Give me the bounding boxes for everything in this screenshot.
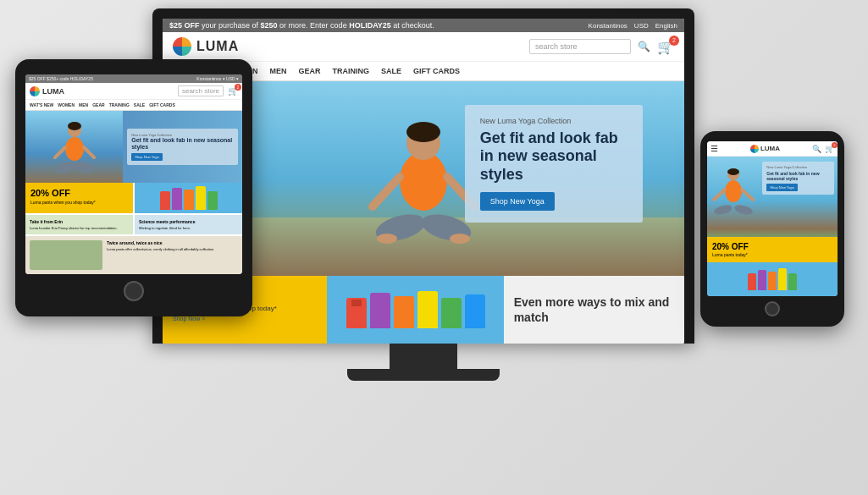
tablet-erin-block: Take it from Erin Luma founder Erin Fanc…	[25, 215, 133, 234]
svg-line-3	[373, 177, 400, 206]
search-input[interactable]: search store	[529, 39, 631, 54]
tablet-screen: $25 OFF $250+ code HOLIDAY25 Konstantino…	[25, 74, 242, 274]
tablet-erin-title: Take it from Erin	[30, 219, 129, 224]
cart-icon[interactable]: 🛒 2	[657, 39, 674, 55]
shirt-yellow	[417, 291, 438, 328]
phone-device: ☰ LUMA 🔍 🛒 2	[700, 131, 844, 327]
nav-training[interactable]: TRAINING	[332, 67, 369, 75]
tablet-hero-image	[25, 111, 123, 183]
shirt-orange	[394, 296, 414, 328]
phone-yoga-person	[712, 161, 755, 237]
p-shirt-purple	[758, 270, 766, 290]
nav-sale[interactable]: SALE	[381, 67, 401, 75]
tablet-nav-gear[interactable]: GEAR	[92, 102, 104, 107]
shirt-red	[346, 298, 367, 328]
phone-screen: ☰ LUMA 🔍 🛒 2	[707, 141, 838, 296]
tablet-logo[interactable]: LUMA	[30, 86, 64, 96]
svg-point-18	[725, 180, 742, 202]
tablet-home-button[interactable]	[124, 281, 144, 301]
tablet-twice-title: Twice around, twice as nice	[107, 240, 214, 245]
phone-cart-container: 🛒 2	[825, 145, 834, 153]
logo-icon	[173, 37, 191, 56]
tablet-nav-women[interactable]: WOMEN	[58, 102, 75, 107]
svg-point-15	[72, 160, 94, 175]
p-shirt-yellow	[778, 268, 787, 290]
svg-line-13	[84, 147, 94, 157]
tablet-nav-men[interactable]: MEN	[79, 102, 88, 107]
logo-text: LUMA	[196, 39, 239, 54]
tablet-science-desc: Wicking to regulate, fitted for form.	[139, 226, 238, 230]
phone-logo-icon	[750, 145, 759, 153]
phone-home-button[interactable]	[765, 301, 780, 316]
phone-border: ☰ LUMA 🔍 🛒 2	[700, 131, 844, 327]
tablet-yoga-person	[53, 115, 96, 183]
hero-text-box: New Luma Yoga Collection Get fit and loo…	[465, 105, 643, 223]
svg-point-7	[377, 234, 397, 244]
currency-selector[interactable]: USD	[634, 22, 649, 30]
tablet-cart[interactable]: 🛒 2	[228, 86, 238, 96]
t-shirt-green	[207, 191, 218, 210]
nav-gear[interactable]: GEAR	[298, 67, 320, 75]
phone-luma-site: ☰ LUMA 🔍 🛒 2	[707, 141, 838, 296]
hero-heading: Get fit and look fab in new seasonal sty…	[480, 129, 628, 184]
tablet-promo-right: Konstantinos ▾ USD ▾	[196, 76, 239, 81]
tablet-hero-heading: Get fit and look fab in new seasonal sty…	[131, 137, 234, 151]
phone-header: ☰ LUMA 🔍 🛒 2	[707, 141, 838, 157]
phone-menu-icon[interactable]: ☰	[710, 144, 718, 153]
nav-gift-cards[interactable]: GIFT CARDS	[413, 67, 460, 75]
p-shirt-red	[748, 273, 756, 290]
tablet-nav-whats-new[interactable]: WAT'S NEW	[30, 102, 53, 107]
tablet-clothing-items	[160, 186, 218, 210]
svg-line-12	[55, 147, 65, 157]
logo[interactable]: LUMA	[173, 37, 239, 56]
tablet-nav-gift-cards[interactable]: GIFT CARDS	[149, 102, 175, 107]
tablet-luma-site: $25 OFF $250+ code HOLIDAY25 Konstantino…	[25, 74, 242, 274]
tablet-hero-cta[interactable]: Shop New Yoga	[131, 153, 162, 161]
svg-line-19	[714, 190, 725, 200]
phone-clothing-banner	[707, 262, 838, 296]
clothing-banner	[327, 276, 503, 344]
monitor-stand-neck	[390, 344, 457, 369]
phone-logo[interactable]: LUMA	[750, 145, 780, 153]
search-icon[interactable]: 🔍	[638, 41, 650, 52]
svg-point-0	[400, 151, 447, 211]
phone-search-icon[interactable]: 🔍	[812, 145, 821, 153]
tablet-nav-training[interactable]: TRAINING	[109, 102, 130, 107]
nav-men[interactable]: MEN	[269, 67, 286, 75]
cart-badge: 2	[669, 36, 679, 46]
language-selector[interactable]: English	[655, 22, 677, 30]
tablet-cart-badge: 2	[235, 84, 241, 91]
shirt-green	[441, 298, 462, 328]
phone-yellow-banner: 20% OFF Luma pants today*	[707, 237, 838, 262]
phone-hero-sublabel: New Luma Yoga Collection	[766, 165, 830, 169]
svg-point-11	[65, 137, 84, 161]
tablet-header: LUMA search store 🛒 2	[25, 83, 242, 100]
tablet-nav-sale[interactable]: SALE	[134, 102, 145, 107]
t-shirt-red	[160, 191, 170, 210]
phone-clothing-items	[744, 265, 800, 294]
svg-point-17	[727, 168, 739, 175]
tablet-search-input[interactable]: search store	[178, 85, 224, 96]
shirt-purple	[370, 293, 390, 328]
phone-hero-cta[interactable]: Shop New Yoga	[766, 184, 797, 191]
tablet-promo-text: $25 OFF $250+ code HOLIDAY25	[29, 76, 93, 81]
promo-bar: $25 OFF your purchase of $250 or more. E…	[163, 19, 684, 32]
tablet-twice-text: Twice around, twice as nice Luma pants o…	[107, 240, 214, 270]
mix-heading: Even more ways to mix and match	[514, 294, 674, 325]
phone-hero: New Luma Yoga Collection Get fit and loo…	[707, 157, 838, 237]
t-shirt-yellow	[196, 186, 206, 210]
scene: $25 OFF your purchase of $250 or more. E…	[0, 0, 868, 495]
shop-now-link[interactable]: Shop Now >	[173, 316, 317, 322]
tablet-bottom-grid: 20% OFF Luma pants when you shop today*	[25, 183, 242, 274]
clothing-items	[340, 284, 492, 335]
user-menu[interactable]: Konstantinos	[589, 22, 628, 30]
t-shirt-orange	[184, 190, 194, 210]
phone-off-text: 20% OFF	[712, 242, 832, 251]
tablet-science-title: Science meets performance	[139, 219, 238, 224]
hero-sub-label: New Luma Yoga Collection	[480, 117, 628, 125]
phone-hero-heading: Get fit and look fab in new seasonal sty…	[766, 171, 830, 181]
hero-cta-button[interactable]: Shop New Yoga	[480, 192, 555, 211]
svg-line-20	[742, 190, 753, 200]
p-shirt-orange	[768, 272, 777, 290]
promo-text: $25 OFF your purchase of $250 or more. E…	[169, 21, 434, 30]
